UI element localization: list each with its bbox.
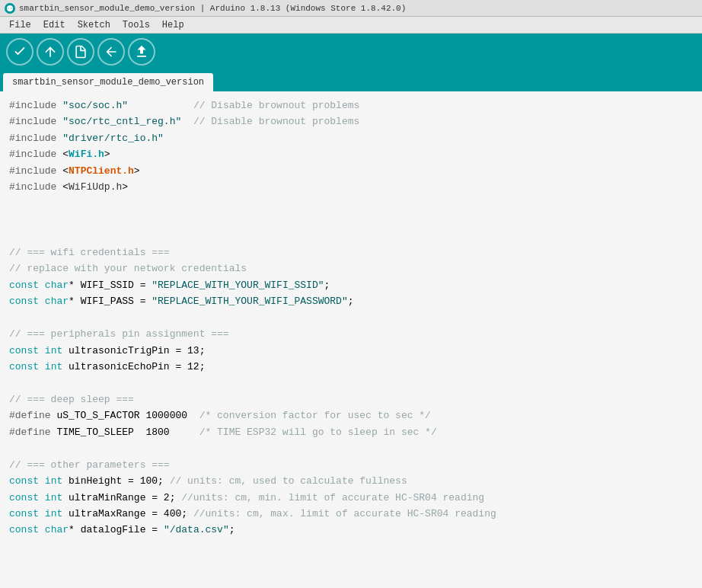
code-line-blank4: [9, 310, 693, 326]
upload-button[interactable]: [37, 38, 64, 66]
code-line-15: #define uS_TO_S_FACTOR 1000000 /* conver…: [9, 407, 693, 423]
code-line-21: const char* datalogFile = "/data.csv";: [9, 522, 693, 538]
code-line-7: // === wifi credentials ===: [9, 244, 693, 260]
menu-edit[interactable]: Edit: [37, 18, 72, 32]
code-line-4: #include <WiFi.h>: [9, 146, 693, 162]
toolbar: [0, 34, 702, 70]
code-editor[interactable]: #include "soc/soc.h" // Disable brownout…: [0, 91, 702, 588]
code-line-1: #include "soc/soc.h" // Disable brownout…: [9, 97, 693, 113]
code-line-blank3: [9, 228, 693, 244]
tab-label: smartbin_sensor_module_demo_version: [12, 77, 204, 88]
verify-button[interactable]: [6, 38, 34, 66]
code-line-blank5: [9, 375, 693, 391]
code-line-blank1: [9, 196, 693, 212]
code-line-16: #define TIME_TO_SLEEP 1800 /* TIME ESP32…: [9, 424, 693, 440]
open-button[interactable]: [97, 38, 125, 66]
code-line-12: const int ultrasonicTrigPin = 13;: [9, 343, 693, 359]
menu-file[interactable]: File: [3, 18, 37, 32]
arduino-icon: [5, 3, 15, 14]
code-line-11: // === peripherals pin assignment ===: [9, 326, 693, 342]
menu-bar: File Edit Sketch Tools Help: [0, 17, 702, 34]
title-text: smartbin_sensor_module_demo_version | Ar…: [19, 4, 406, 13]
tab-bar: smartbin_sensor_module_demo_version: [0, 70, 702, 91]
new-button[interactable]: [67, 38, 94, 66]
code-line-10: const char* WIFI_PASS = "REPLACE_WITH_YO…: [9, 293, 693, 309]
code-line-8: // replace with your network credentials: [9, 260, 693, 276]
tab-main[interactable]: smartbin_sensor_module_demo_version: [3, 73, 213, 91]
code-line-19: const int ultraMinRange = 2; //units: cm…: [9, 490, 693, 506]
code-line-blank6: [9, 440, 693, 456]
code-line-17: // === other parameters ===: [9, 457, 693, 473]
menu-help[interactable]: Help: [156, 18, 190, 32]
code-line-2: #include "soc/rtc_cntl_reg.h" // Disable…: [9, 113, 693, 129]
code-line-5: #include <NTPClient.h>: [9, 163, 693, 179]
menu-sketch[interactable]: Sketch: [72, 18, 116, 32]
code-line-blank2: [9, 212, 693, 228]
code-line-20: const int ultraMaxRange = 400; //units: …: [9, 506, 693, 522]
menu-tools[interactable]: Tools: [116, 18, 156, 32]
save-button[interactable]: [128, 38, 155, 66]
code-line-14: // === deep sleep ===: [9, 391, 693, 407]
code-line-9: const char* WIFI_SSID = "REPLACE_WITH_YO…: [9, 277, 693, 293]
code-line-3: #include "driver/rtc_io.h": [9, 130, 693, 146]
code-line-6: #include <WiFiUdp.h>: [9, 179, 693, 195]
title-bar: smartbin_sensor_module_demo_version | Ar…: [0, 0, 702, 17]
code-line-18: const int binHeight = 100; // units: cm,…: [9, 473, 693, 489]
code-line-13: const int ultrasonicEchoPin = 12;: [9, 359, 693, 375]
